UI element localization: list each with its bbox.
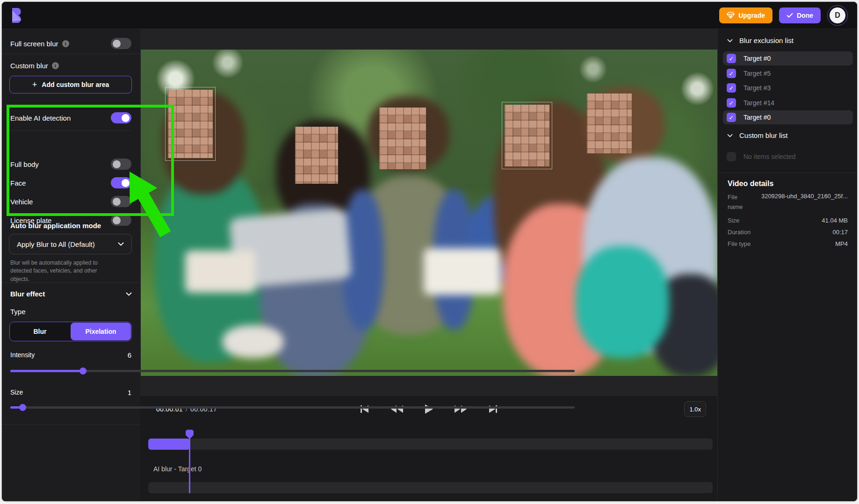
full-body-toggle[interactable] — [111, 158, 131, 170]
exclusion-item[interactable]: ✓ Target #0 — [723, 51, 853, 65]
upgrade-button[interactable]: Upgrade — [719, 7, 772, 23]
size-row: Size 1 — [10, 388, 131, 397]
face-label: Face — [10, 179, 26, 187]
full-screen-blur-toggle[interactable] — [111, 38, 131, 49]
detail-value: 3209298-uhd_3840_2160_25f... — [761, 193, 848, 200]
detail-label: File name — [728, 193, 749, 212]
video-detail-row: File name 3209298-uhd_3840_2160_25f... — [728, 193, 848, 212]
enable-ai-detection-label: Enable AI detection — [10, 114, 71, 122]
exclusion-item-label: Target #5 — [744, 70, 771, 77]
pixelated-face — [168, 90, 213, 158]
video-preview-area: 00:00:01/00:00:17 — [140, 29, 717, 501]
type-label-row: Type — [10, 307, 131, 316]
face-row: Face — [10, 176, 131, 190]
pixelated-face — [379, 108, 426, 169]
blur-exclusion-list-header[interactable]: Blur exclusion list — [727, 36, 850, 44]
blur-exclusion-list-title: Blur exclusion list — [739, 36, 794, 44]
intensity-row: Intensity 6 — [10, 350, 131, 360]
full-body-label: Full body — [10, 160, 39, 168]
auto-blur-mode-select[interactable]: Apply Blur to All (Default) — [9, 234, 132, 254]
gem-icon — [727, 12, 735, 19]
exclusion-item-label: Target #0 — [744, 55, 771, 62]
progress-fill — [148, 439, 190, 450]
done-button[interactable]: Done — [779, 7, 821, 23]
chevron-down-icon — [118, 242, 124, 246]
exclusion-item-label: Target #14 — [744, 99, 774, 107]
custom-blur-row: Custom blur — [10, 60, 131, 71]
vehicle-row: Vehicle — [10, 194, 131, 209]
exclusion-item[interactable]: ✓ Target #3 — [723, 81, 853, 95]
avatar-initial: D — [830, 7, 845, 23]
video-canvas[interactable] — [141, 50, 721, 376]
playhead-line[interactable] — [189, 431, 190, 493]
blur-type-option-blur[interactable]: Blur — [10, 322, 70, 341]
blur-type-segmented-control: Blur Pixelation — [9, 322, 132, 341]
playback-speed-button[interactable]: 1.0x — [684, 401, 706, 417]
full-screen-blur-label: Full screen blur — [10, 40, 58, 48]
auto-blur-mode-heading: Auto blur application mode — [10, 221, 131, 230]
custom-blur-label: Custom blur — [10, 62, 48, 70]
plus-icon: + — [32, 80, 37, 90]
checkbox-unchecked-icon: ✓ — [727, 152, 736, 161]
play-button[interactable] — [425, 404, 433, 414]
intensity-slider[interactable] — [10, 367, 131, 374]
exclusion-item[interactable]: ✓ Target #14 — [723, 96, 853, 110]
detail-value: MP4 — [835, 240, 848, 247]
detail-value: 00:17 — [832, 229, 848, 236]
pixelated-face — [505, 105, 549, 166]
top-bar: Upgrade Done D — [2, 2, 857, 29]
video-details-rows: File name 3209298-uhd_3840_2160_25f... S… — [728, 193, 848, 252]
checkbox-checked-icon[interactable]: ✓ — [727, 83, 736, 93]
transport-bar: 00:00:01/00:00:17 — [140, 396, 717, 423]
exclusion-item[interactable]: ✓ Target #5 — [723, 66, 853, 80]
chevron-down-icon — [727, 39, 733, 43]
video-scene — [141, 50, 721, 376]
video-detail-row: Duration 00:17 — [728, 229, 848, 236]
info-icon[interactable] — [52, 62, 59, 69]
detail-label: Duration — [728, 229, 751, 236]
ai-blur-track[interactable] — [148, 482, 713, 493]
upgrade-label: Upgrade — [738, 12, 765, 19]
intensity-label: Intensity — [10, 351, 35, 359]
custom-blur-empty-row: ✓ No items selected — [723, 150, 853, 164]
checkbox-checked-icon[interactable]: ✓ — [727, 69, 736, 78]
info-icon[interactable] — [62, 40, 69, 47]
size-slider[interactable] — [10, 404, 131, 411]
checkbox-checked-icon[interactable]: ✓ — [727, 98, 736, 108]
detail-label: Size — [728, 217, 739, 224]
detail-value: 41.04 MB — [822, 217, 848, 224]
detail-label: File type — [728, 240, 751, 247]
custom-blur-list-header[interactable]: Custom blur list — [727, 131, 850, 139]
playhead-handle[interactable] — [186, 430, 194, 439]
add-custom-blur-area-label: Add custom blur area — [42, 81, 109, 88]
progress-track[interactable] — [148, 439, 713, 450]
video-details-title: Video details — [728, 180, 773, 188]
add-custom-blur-area-button[interactable]: + Add custom blur area — [9, 76, 132, 94]
chevron-down-icon — [126, 292, 132, 296]
pixelated-face — [587, 94, 632, 153]
size-label: Size — [10, 389, 23, 396]
video-detail-row: File type MP4 — [728, 240, 848, 247]
enable-ai-detection-toggle[interactable] — [111, 112, 131, 123]
app-logo-icon[interactable] — [11, 7, 25, 23]
pixelated-face — [295, 127, 338, 184]
auto-blur-mode-description: Blur will be automatically applied to de… — [10, 259, 118, 283]
exclusion-item-label: Target #3 — [744, 84, 771, 92]
full-screen-blur-row: Full screen blur — [10, 34, 131, 53]
exclusion-item-label: Target #0 — [744, 114, 771, 121]
avatar[interactable]: D — [827, 5, 848, 26]
checkbox-checked-icon[interactable]: ✓ — [727, 54, 736, 63]
exclusion-item[interactable]: ✓ Target #0 — [723, 110, 853, 124]
check-icon — [787, 13, 793, 18]
chevron-down-icon — [727, 134, 733, 137]
blur-type-option-pixelation[interactable]: Pixelation — [71, 323, 131, 340]
checkbox-checked-icon[interactable]: ✓ — [727, 113, 736, 122]
type-label: Type — [10, 308, 26, 316]
full-body-row: Full body — [10, 157, 131, 171]
blur-effect-header[interactable]: Blur effect — [10, 290, 132, 298]
left-settings-panel: Full screen blur Custom blur + Add custo… — [2, 29, 140, 501]
face-toggle[interactable] — [111, 177, 131, 188]
vehicle-toggle[interactable] — [111, 196, 131, 207]
done-label: Done — [797, 12, 813, 19]
vehicle-label: Vehicle — [10, 198, 33, 206]
